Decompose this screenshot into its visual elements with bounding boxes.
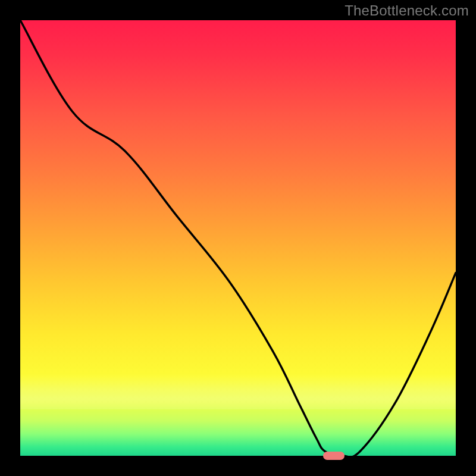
watermark-text: TheBottleneck.com <box>345 2 469 19</box>
chart-frame: TheBottleneck.com <box>0 0 476 476</box>
plot-area <box>20 20 456 456</box>
bottleneck-curve <box>20 20 456 456</box>
optimal-marker <box>323 452 345 460</box>
